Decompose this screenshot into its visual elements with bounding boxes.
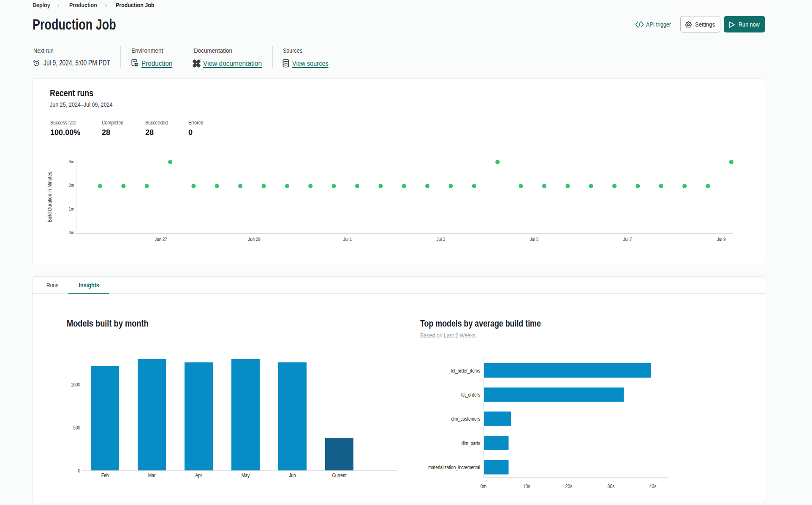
svg-text:Build Duration in Minutes: Build Duration in Minutes [47, 172, 52, 222]
svg-text:Jul 7: Jul 7 [623, 236, 632, 242]
svg-text:dim_customers: dim_customers [451, 416, 481, 421]
svg-text:Jun: Jun [289, 473, 296, 478]
svg-text:Jul 3: Jul 3 [437, 236, 445, 242]
svg-text:30s: 30s [608, 483, 615, 489]
svg-text:materialization_incremental: materialization_incremental [428, 464, 480, 470]
svg-text:10s: 10s [523, 483, 530, 489]
svg-text:dim_parts: dim_parts [462, 440, 481, 446]
svg-text:Jun 27: Jun 27 [155, 236, 167, 242]
svg-text:Jul 9: Jul 9 [717, 236, 726, 242]
svg-text:0m: 0m [68, 230, 74, 235]
svg-text:20s: 20s [565, 483, 573, 489]
svg-text:3m: 3m [68, 159, 74, 164]
svg-text:Jul 1: Jul 1 [343, 236, 352, 242]
svg-text:500: 500 [73, 424, 80, 430]
svg-text:Apr: Apr [196, 473, 202, 478]
svg-text:1000: 1000 [71, 381, 80, 387]
svg-text:fct_order_items: fct_order_items [451, 368, 481, 373]
svg-text:0m: 0m [481, 483, 487, 489]
svg-text:Jul 5: Jul 5 [530, 236, 539, 242]
svg-text:Current: Current [332, 473, 347, 478]
svg-text:Feb: Feb [101, 473, 109, 478]
svg-text:2m: 2m [68, 182, 74, 188]
svg-text:0: 0 [78, 467, 80, 473]
svg-text:fct_orders: fct_orders [461, 392, 480, 397]
svg-text:1m: 1m [68, 206, 74, 211]
svg-text:Jun 29: Jun 29 [248, 236, 260, 242]
svg-text:40s: 40s [649, 483, 657, 489]
svg-text:Mar: Mar [148, 473, 156, 478]
svg-text:May: May [242, 473, 250, 478]
